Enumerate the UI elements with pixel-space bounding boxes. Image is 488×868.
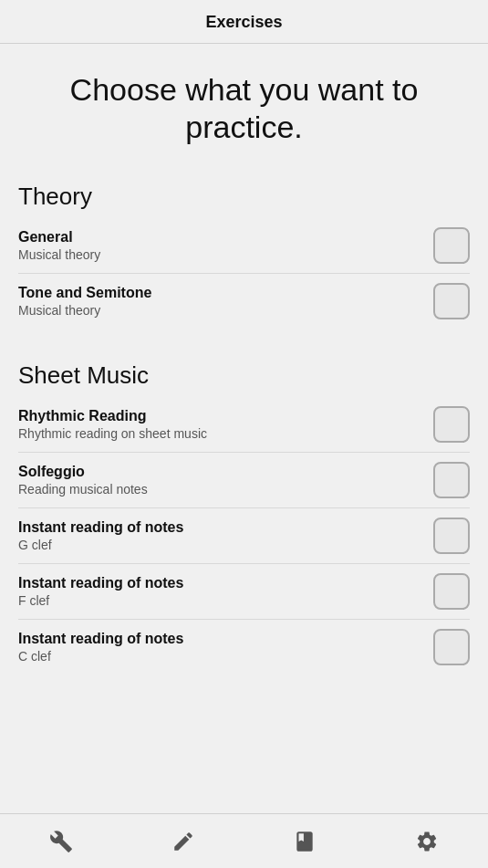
tone-semitone-checkbox[interactable] <box>433 283 470 319</box>
section-divider <box>0 329 488 343</box>
sheet-music-section: Sheet Music Rhythmic Reading Rhythmic re… <box>0 343 488 675</box>
list-item[interactable]: General Musical theory <box>0 218 488 273</box>
instant-c-checkbox[interactable] <box>433 629 470 665</box>
tone-semitone-item-text: Tone and Semitone Musical theory <box>18 285 433 318</box>
solfeggio-checkbox[interactable] <box>433 462 470 498</box>
rhythmic-reading-subtitle: Rhythmic reading on sheet music <box>18 426 419 441</box>
instant-c-subtitle: C clef <box>18 649 419 664</box>
app-header: Exercises <box>0 0 488 44</box>
instant-c-item-text: Instant reading of notes C clef <box>18 631 433 664</box>
sheet-music-section-header: Sheet Music <box>0 343 488 397</box>
solfeggio-title: Solfeggio <box>18 464 419 480</box>
instant-g-item-text: Instant reading of notes G clef <box>18 519 433 552</box>
list-item[interactable]: Tone and Semitone Musical theory <box>0 274 488 329</box>
instant-f-item-text: Instant reading of notes F clef <box>18 575 433 608</box>
list-item[interactable]: Rhythmic Reading Rhythmic reading on she… <box>0 397 488 452</box>
list-item[interactable]: Instant reading of notes F clef <box>0 564 488 619</box>
general-item-text: General Musical theory <box>18 229 433 262</box>
tone-semitone-subtitle: Musical theory <box>18 303 419 318</box>
solfeggio-subtitle: Reading musical notes <box>18 482 419 497</box>
instant-g-checkbox[interactable] <box>433 518 470 554</box>
rhythmic-reading-title: Rhythmic Reading <box>18 408 419 424</box>
instant-f-title: Instant reading of notes <box>18 575 419 591</box>
book-button[interactable] <box>291 828 318 855</box>
hero-section: Choose what you want to practice. <box>0 44 488 164</box>
rhythmic-reading-item-text: Rhythmic Reading Rhythmic reading on she… <box>18 408 433 441</box>
instant-f-subtitle: F clef <box>18 593 419 608</box>
settings-button[interactable] <box>413 828 441 855</box>
tone-semitone-title: Tone and Semitone <box>18 285 419 301</box>
edit-button[interactable] <box>170 828 197 855</box>
general-checkbox[interactable] <box>433 227 470 264</box>
main-content: Choose what you want to practice. Theory… <box>0 44 488 868</box>
book-icon <box>293 830 317 853</box>
instant-g-title: Instant reading of notes <box>18 519 419 536</box>
solfeggio-item-text: Solfeggio Reading musical notes <box>18 464 433 497</box>
instant-c-title: Instant reading of notes <box>18 631 419 647</box>
hero-text: Choose what you want to practice. <box>70 72 419 144</box>
theory-section: Theory General Musical theory Tone and S… <box>0 164 488 329</box>
list-item[interactable]: Solfeggio Reading musical notes <box>0 453 488 507</box>
page-title: Exercises <box>205 13 282 31</box>
tools-button[interactable] <box>47 828 75 855</box>
general-subtitle: Musical theory <box>18 247 419 262</box>
list-item[interactable]: Instant reading of notes C clef <box>0 620 488 675</box>
bottom-nav <box>0 813 488 868</box>
general-title: General <box>18 229 419 246</box>
edit-icon <box>171 830 195 853</box>
tools-icon <box>49 830 73 853</box>
instant-g-subtitle: G clef <box>18 538 419 552</box>
instant-f-checkbox[interactable] <box>433 573 470 610</box>
settings-icon <box>415 830 439 853</box>
rhythmic-reading-checkbox[interactable] <box>433 406 470 443</box>
theory-section-header: Theory <box>0 164 488 218</box>
list-item[interactable]: Instant reading of notes G clef <box>0 508 488 563</box>
